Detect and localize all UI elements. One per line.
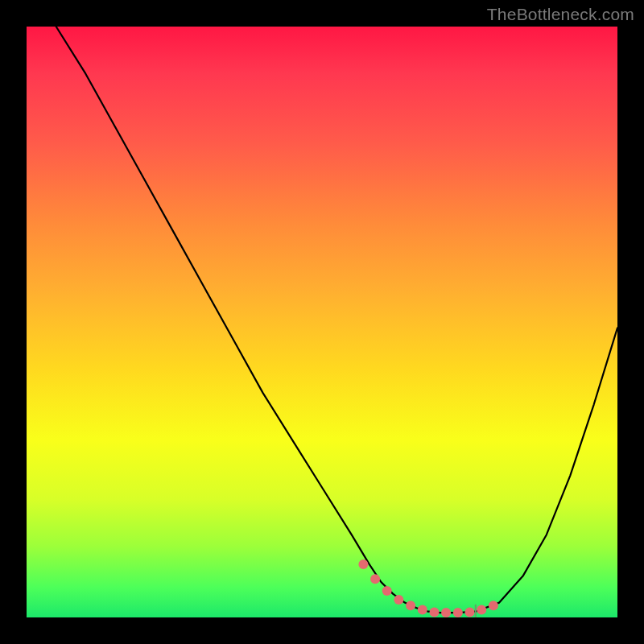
trough-marker — [370, 574, 380, 584]
trough-marker — [382, 586, 392, 596]
chart-svg — [27, 27, 617, 617]
trough-marker — [394, 595, 403, 605]
trough-markers — [358, 559, 498, 617]
bottleneck-curve — [56, 27, 617, 613]
trough-marker — [358, 559, 368, 569]
trough-marker — [418, 605, 427, 615]
trough-marker — [453, 608, 463, 617]
trough-marker — [489, 601, 498, 610]
trough-marker — [465, 607, 475, 617]
trough-marker — [441, 608, 451, 617]
trough-marker — [477, 605, 486, 615]
plot-area — [27, 27, 617, 617]
trough-marker — [430, 607, 440, 617]
chart-frame: TheBottleneck.com — [0, 0, 644, 644]
trough-marker — [406, 601, 415, 610]
watermark-text: TheBottleneck.com — [487, 5, 634, 24]
